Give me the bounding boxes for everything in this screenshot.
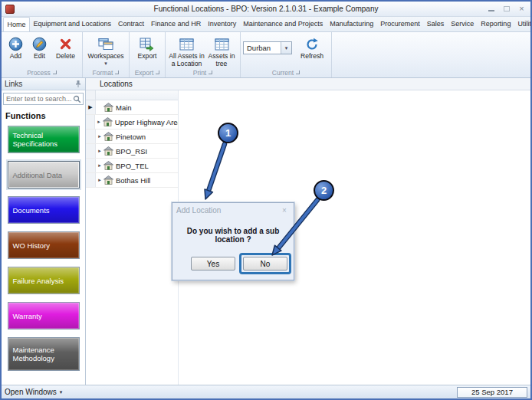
function-failure-analysis[interactable]: Failure Analysis: [8, 267, 80, 294]
add-button[interactable]: Add: [4, 34, 28, 63]
ribbon-tab-row: Home Equipment and Locations Contract Fi…: [2, 17, 530, 32]
print-group-caption: Print: [166, 67, 240, 77]
site-combobox[interactable]: Durban ▾: [243, 41, 292, 54]
all-assets-label: All Assets in a Location: [169, 53, 205, 67]
location-house-icon: [103, 161, 113, 170]
callout-1-badge: 1: [218, 123, 238, 143]
tab-maintenance-and-projects[interactable]: Maintenance and Projects: [240, 17, 327, 31]
maximize-icon: [504, 6, 510, 11]
assets-grid-icon: [179, 36, 194, 52]
status-date: 25 Sep 2017: [457, 387, 527, 398]
delete-x-icon: [58, 36, 73, 52]
workspaces-button[interactable]: Workspaces ▾: [85, 34, 126, 68]
location-row-main[interactable]: ▶ Main: [86, 100, 178, 115]
refresh-button[interactable]: Refresh: [295, 34, 329, 63]
function-wo-history[interactable]: WO History: [8, 231, 80, 259]
site-combobox-dropdown-button[interactable]: ▾: [281, 42, 291, 54]
search-box: [3, 93, 84, 105]
open-windows-button[interactable]: Open Windows ▾: [5, 388, 62, 396]
location-house-icon: [103, 146, 113, 156]
assets-in-tree-button[interactable]: Assets in tree: [205, 34, 238, 70]
tab-home[interactable]: Home: [3, 17, 30, 31]
function-warranty[interactable]: Warranty: [8, 302, 80, 330]
location-row-bpo-tel[interactable]: ▸ BPO_TEL: [86, 159, 178, 173]
close-button[interactable]: ×: [515, 3, 528, 14]
tab-reporting[interactable]: Reporting: [478, 17, 514, 31]
functions-list: Technical Specifications Additional Data…: [2, 123, 85, 371]
functions-heading: Functions: [2, 107, 85, 123]
ribbon: Add Edit Delete Process: [2, 32, 530, 78]
links-panel-header: Links: [2, 78, 85, 90]
edit-pencil-icon: [32, 36, 47, 52]
add-label: Add: [10, 53, 21, 61]
export-label: Export: [138, 53, 157, 61]
current-dialog-launcher-icon[interactable]: [296, 70, 300, 74]
location-house-icon: [103, 117, 113, 126]
links-panel: Links Functions Technical Specifications…: [2, 78, 86, 385]
dialog-message: Do you wish to add a sub location ?: [172, 227, 294, 244]
location-row-bpo-rsi[interactable]: ▸ BPO_RSI: [86, 144, 178, 159]
refresh-icon: [305, 36, 319, 52]
delete-button[interactable]: Delete: [51, 34, 80, 63]
tree-filter-row[interactable]: [86, 90, 178, 100]
maximize-button[interactable]: [500, 3, 513, 14]
no-button-highlight-annotation: [239, 253, 291, 274]
assets-tree-grid-icon: [215, 36, 229, 52]
tab-contract[interactable]: Contract: [115, 17, 148, 31]
process-dialog-launcher-icon[interactable]: [53, 70, 57, 74]
expander-icon[interactable]: ▸: [96, 133, 103, 139]
ribbon-group-format: Workspaces ▾ Format: [83, 32, 130, 77]
minimize-icon: [488, 10, 494, 11]
ribbon-empty-space: [332, 32, 530, 77]
tab-equipment-and-locations[interactable]: Equipment and Locations: [30, 17, 115, 31]
location-row-bothas-hill[interactable]: ▸ Bothas Hill: [86, 173, 178, 188]
ribbon-group-current: Durban ▾ Refresh Current: [241, 32, 332, 77]
location-row-pinetown[interactable]: ▸ Pinetown: [86, 130, 178, 144]
tab-service[interactable]: Service: [448, 17, 478, 31]
search-input[interactable]: [4, 95, 73, 103]
process-group-caption: Process: [2, 67, 82, 77]
pin-icon[interactable]: [74, 80, 82, 88]
location-house-icon: [103, 103, 113, 112]
tab-sales[interactable]: Sales: [423, 17, 448, 31]
tab-finance-and-hr[interactable]: Finance and HR: [148, 17, 205, 31]
function-maintenance-methodology[interactable]: Maintenance Methodology: [8, 337, 80, 371]
tab-procurement[interactable]: Procurement: [377, 17, 424, 31]
edit-label: Edit: [34, 53, 45, 61]
tab-utilities[interactable]: Utilities: [514, 17, 532, 31]
dialog-close-icon[interactable]: ×: [279, 206, 290, 215]
ribbon-group-process: Add Edit Delete Process: [2, 32, 83, 77]
all-assets-in-location-button[interactable]: All Assets in a Location: [168, 34, 205, 70]
yes-button[interactable]: Yes: [191, 257, 235, 270]
current-group-caption: Current: [241, 67, 331, 77]
expander-icon[interactable]: ▸: [96, 148, 103, 154]
print-dialog-launcher-icon[interactable]: [209, 70, 212, 74]
tab-inventory[interactable]: Inventory: [205, 17, 240, 31]
expander-icon[interactable]: ▸: [95, 119, 102, 125]
workspaces-dropdown-icon: ▾: [104, 61, 107, 66]
function-documents[interactable]: Documents: [8, 196, 80, 224]
format-group-caption: Format: [83, 67, 129, 77]
open-windows-dropdown-icon: ▾: [60, 389, 63, 395]
location-house-icon: [103, 175, 113, 185]
minimize-button[interactable]: [484, 3, 498, 14]
function-technical-specifications[interactable]: Technical Specifications: [8, 126, 80, 153]
ribbon-group-print: All Assets in a Location Assets in tree …: [166, 32, 241, 77]
tab-manufacturing[interactable]: Manufacturing: [327, 17, 377, 31]
add-icon: [8, 36, 23, 52]
format-dialog-launcher-icon[interactable]: [115, 70, 119, 74]
workspaces-label: Workspaces: [87, 53, 123, 61]
search-icon: [73, 95, 81, 103]
export-icon: [140, 36, 155, 52]
export-dialog-launcher-icon[interactable]: [156, 70, 159, 74]
window-title: Functional Locations - BPO: Version 2.1.…: [2, 5, 530, 13]
dialog-title-bar[interactable]: Add Location ×: [172, 203, 294, 217]
function-additional-data[interactable]: Additional Data: [8, 161, 80, 189]
links-panel-title: Links: [5, 80, 22, 88]
export-button[interactable]: Export: [132, 34, 163, 63]
edit-button[interactable]: Edit: [28, 34, 51, 63]
expander-icon[interactable]: ▸: [96, 162, 103, 169]
location-row-upper-highway-area[interactable]: ▸ Upper Highway Area: [86, 115, 178, 130]
expander-icon[interactable]: ▸: [96, 177, 103, 183]
export-group-caption: Export: [130, 67, 165, 77]
